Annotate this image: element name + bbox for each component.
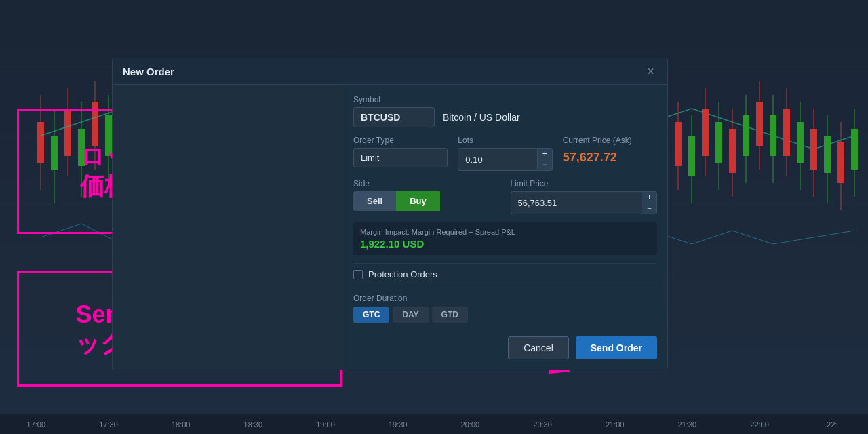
- margin-impact-row: Margin Impact: Margin Required + Spread …: [353, 222, 657, 255]
- symbol-label: Symbol: [353, 95, 657, 104]
- limit-price-col: Limit Price + −: [511, 179, 658, 214]
- side-limitprice-row: Side Sell Buy Limit Price + −: [353, 179, 657, 214]
- duration-buttons: GTC DAY GTD: [353, 307, 657, 323]
- close-button[interactable]: ×: [644, 65, 657, 77]
- current-price-value: 57,627.72: [563, 148, 657, 165]
- lots-input[interactable]: [458, 148, 536, 171]
- lots-stepper: + −: [537, 148, 553, 171]
- order-duration-label: Order Duration: [353, 294, 657, 303]
- current-price-col: Current Price (Ask) 57,627.72: [563, 136, 657, 171]
- limit-price-increment-button[interactable]: +: [642, 192, 656, 203]
- modal-header: New Order ×: [113, 58, 667, 85]
- lots-increment-button[interactable]: +: [538, 149, 552, 159]
- symbol-row: Symbol Bitcoin / US Dollar: [353, 95, 657, 127]
- lots-col: Lots + −: [458, 136, 552, 171]
- margin-impact-value: 1,922.10 USD: [360, 238, 650, 250]
- cancel-button[interactable]: Cancel: [508, 336, 569, 359]
- send-order-button[interactable]: Send Order: [576, 336, 657, 359]
- current-price-label: Current Price (Ask): [563, 136, 657, 145]
- order-type-col: Order Type: [353, 136, 448, 171]
- new-order-modal: New Order × Symbol Bitcoin / US Dollar: [112, 58, 668, 370]
- modal-chart-section: [113, 85, 343, 370]
- lots-label: Lots: [458, 136, 552, 145]
- protection-orders-row: Protection Orders: [353, 263, 657, 285]
- side-col: Side Sell Buy: [353, 179, 500, 214]
- duration-gtd-button[interactable]: GTD: [432, 307, 468, 323]
- side-label: Side: [353, 179, 500, 189]
- modal-backdrop: New Order × Symbol Bitcoin / US Dollar: [0, 0, 868, 434]
- protection-orders-checkbox[interactable]: [353, 270, 363, 279]
- modal-form-section: Symbol Bitcoin / US Dollar Order Type Lo…: [343, 85, 667, 370]
- lots-decrement-button[interactable]: −: [538, 159, 552, 170]
- order-duration-row: Order Duration GTC DAY GTD: [353, 294, 657, 323]
- buy-button[interactable]: Buy: [396, 191, 440, 211]
- side-buttons: Sell Buy: [353, 191, 500, 211]
- sell-button[interactable]: Sell: [353, 191, 396, 211]
- limit-price-label: Limit Price: [511, 179, 658, 189]
- limit-price-stepper: + −: [642, 191, 657, 214]
- symbol-input[interactable]: [353, 107, 435, 127]
- protection-orders-label: Protection Orders: [368, 269, 437, 279]
- duration-gtc-button[interactable]: GTC: [353, 307, 389, 323]
- limit-price-input[interactable]: [511, 191, 642, 214]
- order-type-input[interactable]: [353, 148, 448, 167]
- duration-day-button[interactable]: DAY: [393, 307, 428, 323]
- action-buttons-row: Cancel Send Order: [353, 333, 657, 359]
- margin-impact-label: Margin Impact: Margin Required + Spread …: [360, 228, 650, 236]
- modal-body: Symbol Bitcoin / US Dollar Order Type Lo…: [113, 85, 667, 370]
- order-type-label: Order Type: [353, 136, 448, 145]
- order-type-lots-row: Order Type Lots + −: [353, 136, 657, 171]
- limit-price-decrement-button[interactable]: −: [642, 203, 656, 214]
- symbol-full-name: Bitcoin / US Dollar: [443, 112, 520, 123]
- modal-title: New Order: [123, 66, 174, 77]
